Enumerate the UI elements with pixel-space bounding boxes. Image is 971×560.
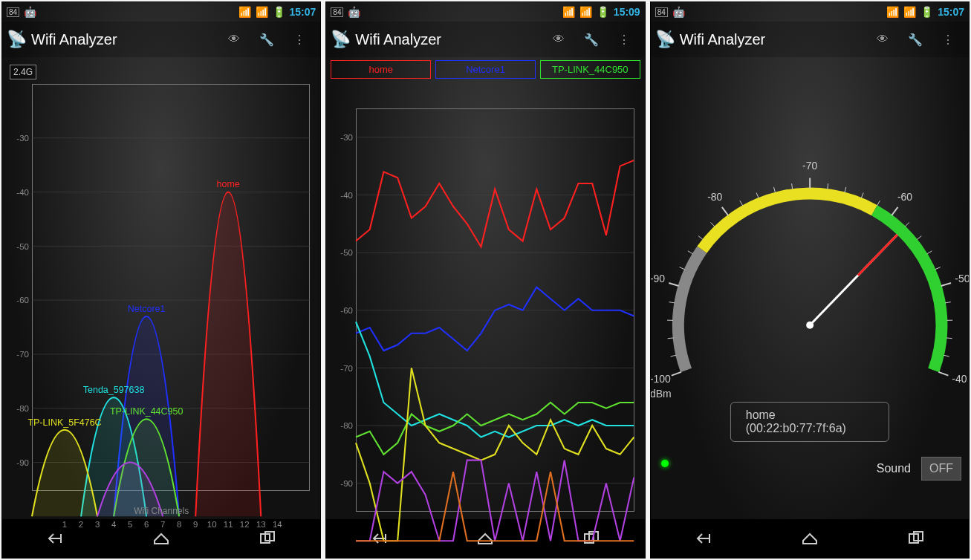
legend-chip[interactable]: home (331, 60, 431, 79)
svg-text:-40: -40 (341, 191, 354, 200)
signal-icon: 📶 (256, 6, 268, 18)
clock: 15:07 (290, 6, 316, 18)
svg-text:-50: -50 (341, 248, 354, 257)
overflow-icon[interactable]: ⋮ (608, 33, 640, 47)
svg-line-75 (892, 207, 897, 215)
wifi-icon: 📶 (562, 6, 575, 18)
svg-text:-70: -70 (16, 350, 29, 359)
svg-text:TP-LINK_5F476C: TP-LINK_5F476C (27, 417, 101, 428)
legend-chip[interactable]: Netcore1 (435, 60, 536, 79)
svg-text:-80: -80 (341, 421, 354, 430)
channel-chart: 2.4G Signal Strength [dBm] -30-40-50-60-… (7, 62, 316, 515)
wrench-icon[interactable]: 🔧 (250, 33, 283, 47)
svg-line-68 (791, 183, 792, 189)
svg-line-86 (944, 355, 949, 356)
svg-text:-50: -50 (955, 273, 969, 284)
legend: homeNetcore1TP-LINK_44C950 (326, 57, 644, 82)
svg-line-87 (938, 372, 948, 376)
svg-text:dBm: dBm (651, 388, 672, 400)
battery-badge: 84 (7, 7, 19, 17)
svg-line-79 (926, 251, 932, 254)
svg-line-66 (756, 193, 759, 198)
svg-text:4: 4 (111, 520, 117, 529)
phone-time-graph: 84 🤖 📶 📶 🔋 15:09 📡 Wifi Analyzer 👁 🔧 ⋮ h… (325, 1, 645, 559)
time-chart: Signal Strength [dBm] -30-40-50-60-70-80… (331, 86, 640, 515)
clock: 15:07 (938, 6, 964, 18)
clock: 15:09 (614, 6, 640, 18)
svg-text:-80: -80 (707, 191, 722, 203)
home-button[interactable] (148, 530, 175, 547)
svg-text:13: 13 (256, 520, 266, 529)
svg-text:14: 14 (273, 520, 282, 529)
eye-icon[interactable]: 👁 (218, 33, 250, 46)
svg-line-59 (679, 267, 684, 270)
signal-icon: 📶 (903, 6, 916, 18)
svg-text:-100: -100 (651, 373, 671, 385)
app-title: Wifi Analyzer (31, 31, 218, 48)
app-icon: 📡 (331, 30, 351, 49)
app-title: Wifi Analyzer (355, 31, 542, 48)
recents-button[interactable] (254, 530, 281, 547)
svg-text:-80: -80 (16, 404, 29, 413)
wrench-icon[interactable]: 🔧 (899, 33, 932, 47)
svg-line-53 (670, 355, 676, 356)
svg-text:-60: -60 (897, 191, 912, 203)
app-icon: 📡 (7, 30, 27, 49)
sound-toggle[interactable]: OFF (921, 457, 961, 481)
svg-line-60 (688, 251, 693, 254)
legend-chip[interactable]: TP-LINK_44C950 (540, 60, 640, 79)
meter-area: -100-90-80-70-60-50-40dBm home (00:22:b0… (651, 57, 969, 519)
svg-line-54 (667, 338, 673, 339)
svg-text:-60: -60 (341, 306, 354, 315)
ssid-button[interactable]: home (00:22:b0:77:7f:6a) (730, 402, 889, 442)
svg-text:-50: -50 (16, 242, 29, 251)
svg-line-77 (905, 223, 909, 227)
wrench-icon[interactable]: 🔧 (575, 33, 608, 47)
svg-text:-30: -30 (341, 133, 354, 142)
overflow-icon[interactable]: ⋮ (932, 33, 964, 47)
svg-text:-30: -30 (16, 134, 29, 143)
battery-icon: 🔋 (273, 6, 285, 18)
home-button[interactable] (796, 530, 823, 547)
phone-signal-meter: 84 🤖 📶 📶 🔋 15:07 📡 Wifi Analyzer 👁 🔧 ⋮ -… (650, 1, 970, 559)
band-badge[interactable]: 2.4G (10, 65, 36, 79)
phone-channel-graph: 84 🤖 📶 📶 🔋 15:07 📡 Wifi Analyzer 👁 🔧 ⋮ 2… (1, 1, 321, 559)
x-axis-label: Wifi Channels (7, 506, 316, 516)
back-button[interactable] (42, 530, 68, 547)
svg-text:12: 12 (240, 520, 250, 529)
android-icon: 🤖 (24, 6, 36, 18)
svg-text:7: 7 (160, 520, 165, 529)
status-dot (661, 460, 669, 467)
svg-text:5: 5 (128, 520, 132, 529)
svg-text:-90: -90 (16, 458, 29, 467)
svg-text:3: 3 (95, 520, 100, 529)
svg-text:11: 11 (224, 520, 233, 529)
eye-icon[interactable]: 👁 (866, 33, 899, 46)
svg-line-72 (844, 187, 845, 193)
svg-point-92 (806, 322, 814, 329)
battery-icon: 🔋 (597, 6, 609, 18)
svg-line-81 (941, 283, 950, 286)
eye-icon[interactable]: 👁 (542, 33, 575, 46)
svg-text:-40: -40 (16, 188, 29, 197)
app-bar: 📡 Wifi Analyzer 👁 🔧 ⋮ (2, 22, 320, 57)
svg-line-78 (917, 236, 921, 240)
battery-badge: 84 (655, 7, 668, 17)
android-icon: 🤖 (672, 6, 685, 18)
battery-badge: 84 (331, 7, 343, 17)
svg-text:6: 6 (144, 520, 149, 529)
sound-label: Sound (877, 462, 911, 475)
status-bar: 84 🤖 📶 📶 🔋 15:07 (2, 2, 320, 22)
overflow-icon[interactable]: ⋮ (283, 33, 316, 47)
app-icon: 📡 (655, 30, 675, 49)
recents-button[interactable] (903, 530, 929, 547)
wifi-icon: 📶 (886, 6, 899, 18)
status-bar: 84 🤖 📶 📶 🔋 15:07 (651, 2, 969, 22)
svg-text:1: 1 (62, 520, 67, 529)
svg-text:TP-LINK_44C950: TP-LINK_44C950 (110, 406, 183, 417)
svg-line-62 (710, 223, 715, 227)
svg-text:-90: -90 (651, 273, 665, 284)
svg-line-63 (721, 207, 727, 215)
signal-icon: 📶 (579, 6, 592, 18)
back-button[interactable] (690, 530, 717, 547)
